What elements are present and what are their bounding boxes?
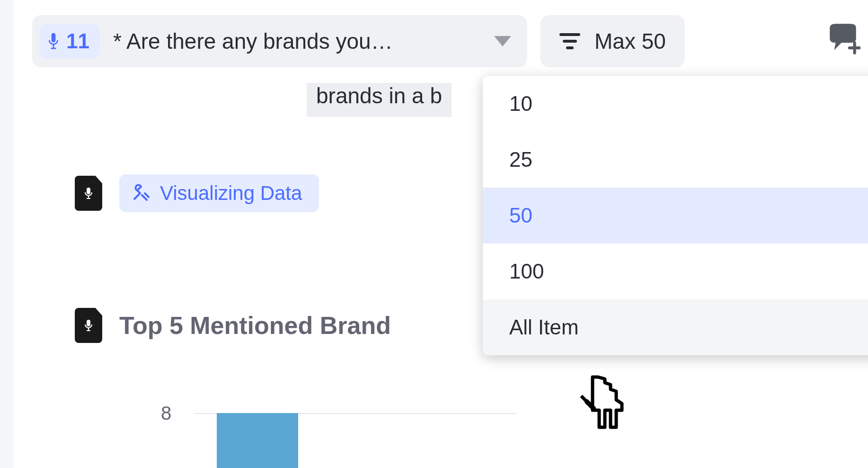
chart-title: Top 5 Mentioned Brand	[119, 311, 391, 340]
max-label: Max 50	[594, 28, 666, 54]
add-comment-icon[interactable]	[825, 21, 860, 56]
dropdown-item-10[interactable]: 10	[483, 76, 868, 132]
cursor-pointer-icon	[577, 375, 634, 437]
chart-bar	[217, 413, 298, 468]
svg-rect-0	[52, 33, 56, 43]
y-tick-label: 8	[161, 403, 171, 424]
toolbar: 11 * Are there any brands you… Max 50	[32, 15, 854, 67]
visualizing-label: Visualizing Data	[160, 182, 302, 205]
mic-icon	[47, 32, 60, 51]
visualizing-badge[interactable]: Visualizing Data	[119, 174, 319, 212]
visualizing-row: Visualizing Data	[75, 174, 319, 212]
max-items-dropdown: 10 25 50 100 All Item	[483, 76, 868, 355]
dropdown-item-100[interactable]: 100	[483, 243, 868, 299]
dropdown-item-all[interactable]: All Item	[483, 299, 868, 355]
svg-rect-6	[87, 188, 90, 194]
question-text: * Are there any brands you…	[113, 28, 481, 54]
question-selector[interactable]: 11 * Are there any brands you…	[32, 15, 527, 67]
dropdown-item-25[interactable]: 25	[483, 132, 868, 188]
tools-icon	[131, 184, 150, 203]
dropdown-item-50[interactable]: 50	[483, 188, 868, 243]
question-mic-badge: 11	[40, 24, 100, 58]
max-items-selector[interactable]: Max 50	[540, 15, 685, 67]
chart-header: Top 5 Mentioned Brand	[75, 308, 391, 343]
tooltip-fragment: brands in a b	[307, 83, 452, 117]
doc-mic-icon	[75, 176, 102, 211]
filter-icon	[559, 33, 580, 49]
question-number: 11	[66, 29, 89, 53]
svg-rect-9	[87, 320, 90, 326]
left-gutter	[0, 0, 13, 468]
doc-mic-icon	[75, 308, 102, 343]
chevron-down-icon	[494, 36, 511, 46]
